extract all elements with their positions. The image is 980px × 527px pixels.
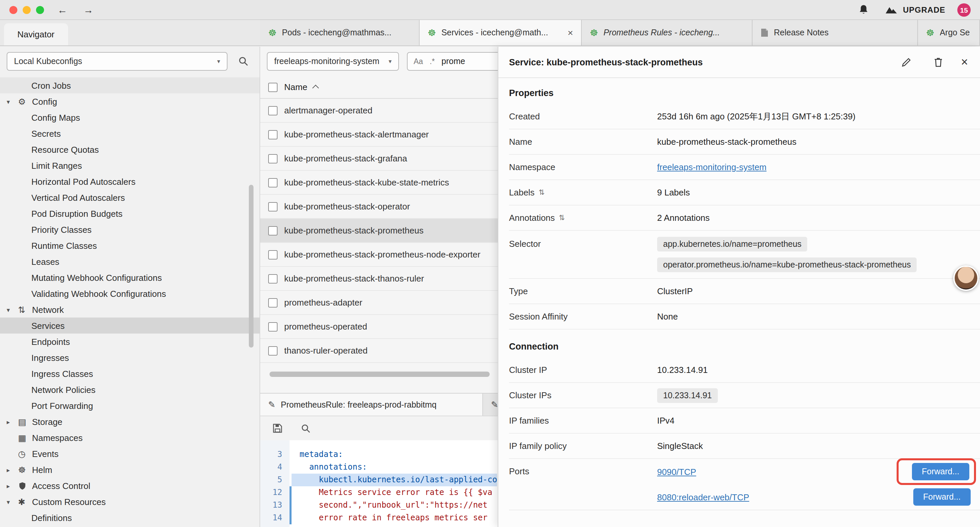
tab-close-icon[interactable]: × [568, 27, 573, 38]
close-icon[interactable]: × [961, 56, 968, 68]
tab-prometheus-rules[interactable]: ☸ Prometheus Rules - icecheng... [582, 20, 752, 45]
user-avatar[interactable] [953, 266, 978, 291]
table-row[interactable]: kube-prometheus-stack-operator [260, 195, 498, 219]
edit-icon[interactable] [897, 53, 916, 72]
table-row[interactable]: prometheus-adapter [260, 291, 498, 315]
navigator-tab[interactable]: Navigator [4, 23, 68, 45]
sidebar-item-events[interactable]: ◷Events [0, 446, 259, 462]
upgrade-button[interactable]: UPGRADE [885, 5, 945, 14]
table-row[interactable]: prometheus-operated [260, 315, 498, 339]
row-checkbox[interactable] [268, 154, 277, 163]
regex-toggle[interactable]: .* [430, 57, 434, 65]
dock-tab-partial[interactable]: ✎ [483, 393, 498, 416]
horizontal-scrollbar[interactable] [269, 372, 490, 377]
table-row[interactable]: kube-prometheus-stack-kube-state-metrics [260, 171, 498, 195]
sidebar-item-services[interactable]: Services [0, 318, 259, 334]
sidebar-item-namespaces[interactable]: ▦Namespaces [0, 430, 259, 446]
annotations-row: Annotations ⇅ 2 Annotations [509, 205, 980, 231]
sidebar-item-ingresses[interactable]: Ingresses [0, 350, 259, 366]
name-column-header[interactable]: Name [284, 82, 307, 92]
delete-trash-icon[interactable] [929, 53, 948, 72]
match-case-toggle[interactable]: Aa [414, 57, 423, 65]
sidebar-item-validating-webhook-configurations[interactable]: Validating Webhook Configurations [0, 285, 259, 301]
sidebar-item-leases[interactable]: Leases [0, 253, 259, 269]
sidebar-item-horizontal-pod-autoscalers[interactable]: Horizontal Pod Autoscalers [0, 174, 259, 189]
namespace-select[interactable]: freeleaps-monitoring-system ▾ [267, 52, 399, 71]
unfold-more-icon[interactable]: ⇅ [539, 188, 545, 197]
table-row[interactable]: alertmanager-operated [260, 99, 498, 123]
sidebar-item-storage[interactable]: ▸▤Storage [0, 414, 259, 430]
kubeconfig-scope-select[interactable]: Local Kubeconfigs ▾ [7, 52, 228, 71]
sidebar-item-runtime-classes[interactable]: Runtime Classes [0, 237, 259, 253]
table-row[interactable]: kube-prometheus-stack-prometheus-node-ex… [260, 243, 498, 267]
row-checkbox[interactable] [268, 106, 277, 115]
tab-release-notes[interactable]: Release Notes [752, 20, 918, 45]
edit-pencil-icon: ✎ [268, 400, 275, 409]
notifications-bell-icon[interactable] [854, 0, 873, 19]
sidebar-item-custom-resources[interactable]: ▾✱Custom Resources [0, 494, 259, 509]
sidebar-item-definitions[interactable]: Definitions [0, 509, 259, 525]
row-checkbox[interactable] [268, 274, 277, 283]
sidebar-item-endpoints[interactable]: Endpoints [0, 334, 259, 350]
notification-count-badge[interactable]: 15 [957, 3, 970, 16]
editor-line: 3metadata: [260, 448, 498, 461]
sidebar-item-port-forwarding[interactable]: Port Forwarding [0, 398, 259, 414]
sidebar-item-resource-quotas[interactable]: Resource Quotas [0, 142, 259, 158]
row-checkbox[interactable] [268, 178, 277, 187]
zoom-window-button[interactable] [36, 6, 44, 14]
row-checkbox[interactable] [268, 322, 277, 331]
sidebar-item-vertical-pod-autoscalers[interactable]: Vertical Pod Autoscalers [0, 189, 259, 205]
chevron-right-icon: ▸ [7, 466, 18, 473]
sidebar-item-config[interactable]: ▾⚙Config [0, 93, 259, 110]
row-checkbox[interactable] [268, 226, 277, 235]
save-icon[interactable] [268, 419, 287, 438]
select-all-checkbox[interactable] [268, 83, 277, 92]
service-name: kube-prometheus-stack-prometheus-node-ex… [284, 250, 480, 260]
dock-tab-prometheusrule[interactable]: ✎ PrometheusRule: freeleaps-prod-rabbitm… [260, 393, 483, 416]
sidebar-item-secrets[interactable]: Secrets [0, 126, 259, 142]
namespace-link[interactable]: freeleaps-monitoring-system [657, 162, 767, 172]
sidebar-item-pod-disruption-budgets[interactable]: Pod Disruption Budgets [0, 205, 259, 221]
forward-button[interactable]: Forward... [913, 488, 970, 506]
sidebar-item-limit-ranges[interactable]: Limit Ranges [0, 158, 259, 174]
table-row[interactable]: kube-prometheus-stack-alertmanager [260, 123, 498, 147]
close-window-button[interactable] [10, 6, 18, 14]
minimize-window-button[interactable] [23, 6, 31, 14]
tab-argo[interactable]: ☸ Argo Se [918, 20, 980, 45]
port-line-8080: 8080:reloader-web/TCP Forward... [657, 484, 970, 509]
sidebar-item-access-control[interactable]: ▸Access Control [0, 478, 259, 494]
row-checkbox[interactable] [268, 298, 277, 307]
table-row[interactable]: kube-prometheus-stack-grafana [260, 147, 498, 171]
sidebar-item-cron-jobs[interactable]: Cron Jobs [0, 77, 259, 93]
row-checkbox[interactable] [268, 130, 277, 139]
sidebar-item-priority-classes[interactable]: Priority Classes [0, 221, 259, 237]
sidebar-scrollbar[interactable] [249, 185, 253, 347]
sidebar-search-icon[interactable] [234, 52, 253, 71]
search-input[interactable]: Aa .* prome [407, 52, 498, 71]
sidebar-item-network-policies[interactable]: Network Policies [0, 382, 259, 398]
unfold-more-icon[interactable]: ⇅ [559, 213, 565, 222]
port-link[interactable]: 8080:reloader-web/TCP [657, 492, 749, 502]
back-arrow-icon[interactable]: ← [57, 4, 67, 15]
sidebar-item-config-maps[interactable]: Config Maps [0, 110, 259, 126]
yaml-editor[interactable]: 3metadata:4 annotations:5 kubectl.kubern… [260, 440, 498, 527]
port-link[interactable]: 9090/TCP [657, 466, 696, 477]
sidebar-item-helm[interactable]: ▸☸Helm [0, 462, 259, 478]
table-row[interactable]: kube-prometheus-stack-prometheus [260, 219, 498, 243]
kubernetes-icon: ☸ [268, 27, 277, 38]
forward-arrow-icon[interactable]: → [83, 4, 94, 15]
row-checkbox[interactable] [268, 250, 277, 259]
forward-button[interactable]: Forward... [912, 463, 969, 480]
row-checkbox[interactable] [268, 346, 277, 355]
row-checkbox[interactable] [268, 202, 277, 211]
sidebar-item-mutating-webhook-configurations[interactable]: Mutating Webhook Configurations [0, 269, 259, 285]
sidebar-item-network[interactable]: ▾⇅Network [0, 301, 259, 318]
sidebar-item-ingress-classes[interactable]: Ingress Classes [0, 366, 259, 382]
sidebar-item-label: Secrets [31, 128, 61, 139]
table-row[interactable]: kube-prometheus-stack-thanos-ruler [260, 267, 498, 291]
tab-pods[interactable]: ☸ Pods - icecheng@mathmas... [260, 20, 420, 45]
tab-services[interactable]: ☸ Services - icecheng@math... × [420, 20, 582, 45]
sort-ascending-icon[interactable] [312, 85, 319, 91]
table-row[interactable]: thanos-ruler-operated [260, 339, 498, 363]
editor-search-icon[interactable] [296, 419, 315, 438]
